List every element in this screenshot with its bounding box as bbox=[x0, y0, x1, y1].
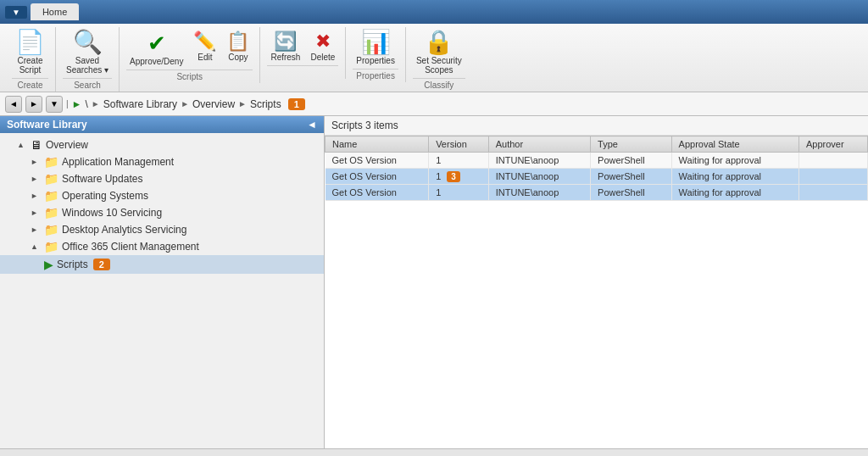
expand-icon: ► bbox=[31, 158, 44, 166]
tree-label-operating-systems: Operating Systems bbox=[62, 190, 148, 202]
ribbon-row: 📄 CreateScript Create 🔍 SavedSearches ▾ … bbox=[5, 27, 863, 92]
table-row[interactable]: Get OS Version 1 INTUNE\anoop PowerShell… bbox=[326, 185, 868, 201]
breadcrumb-dropdown-button[interactable]: ▼ bbox=[46, 96, 63, 113]
tree-item-desktop-analytics-servicing[interactable]: ► 📁 Desktop Analytics Servicing bbox=[0, 221, 324, 238]
tree-item-scripts[interactable]: ▶ Scripts 2 bbox=[0, 255, 324, 274]
refresh-button[interactable]: 🔄 Refresh bbox=[267, 29, 303, 64]
scripts-play-icon: ▶ bbox=[44, 258, 53, 271]
left-panel-title: Software Library bbox=[7, 119, 87, 131]
col-header-approval-state[interactable]: Approval State bbox=[671, 136, 798, 153]
approve-deny-icon: ✔ bbox=[147, 31, 166, 57]
cell-name: Get OS Version bbox=[326, 185, 429, 201]
expand-icon: ► bbox=[31, 192, 44, 200]
search-group-label: Search bbox=[63, 78, 112, 92]
cell-approval-state: Waiting for approval bbox=[671, 185, 798, 201]
cell-approver bbox=[798, 169, 867, 185]
back-button[interactable]: ◄ bbox=[5, 96, 22, 113]
left-panel-header: Software Library ◄ bbox=[0, 116, 324, 133]
cell-author: INTUNE\anoop bbox=[488, 169, 590, 185]
status-bar bbox=[0, 448, 868, 456]
properties-icon: 📊 bbox=[361, 31, 391, 54]
table-row[interactable]: Get OS Version 1 INTUNE\anoop PowerShell… bbox=[326, 153, 868, 169]
col-header-name[interactable]: Name bbox=[326, 136, 429, 153]
col-header-author[interactable]: Author bbox=[488, 136, 590, 153]
expand-icon: ▲ bbox=[31, 242, 44, 251]
ribbon: 📄 CreateScript Create 🔍 SavedSearches ▾ … bbox=[0, 24, 868, 92]
ribbon-group-actions: 🔄 Refresh ✖ Delete bbox=[260, 27, 346, 79]
forward-button[interactable]: ► bbox=[25, 96, 42, 113]
delete-label: Delete bbox=[310, 53, 335, 62]
tree-view: ▲ 🖥 Overview ► 📁 Application Management … bbox=[0, 133, 324, 448]
properties-label: Properties bbox=[356, 56, 395, 65]
create-group-label: Create bbox=[12, 78, 48, 92]
tree-label-application-management: Application Management bbox=[62, 156, 174, 168]
set-security-scopes-button[interactable]: 🔒 Set SecurityScopes bbox=[413, 29, 465, 76]
breadcrumb-software-library[interactable]: Software Library bbox=[103, 98, 177, 110]
cell-approver bbox=[798, 185, 867, 201]
tree-item-overview[interactable]: ▲ 🖥 Overview bbox=[0, 136, 324, 153]
copy-button[interactable]: 📋 Copy bbox=[223, 29, 253, 64]
tree-label-software-updates: Software Updates bbox=[62, 173, 142, 185]
expand-icon: ► bbox=[31, 225, 44, 234]
folder-icon: 📁 bbox=[44, 189, 58, 203]
folder-icon: 📁 bbox=[44, 206, 58, 220]
right-panel: Scripts 3 items Name Version Author Type… bbox=[325, 116, 868, 448]
tree-label-office-365: Office 365 Client Management bbox=[62, 241, 199, 253]
cell-type: PowerShell bbox=[591, 185, 671, 201]
ribbon-group-classify: 🔒 Set SecurityScopes Classify bbox=[406, 27, 472, 92]
saved-searches-icon: 🔍 bbox=[73, 31, 103, 54]
set-security-scopes-label: Set SecurityScopes bbox=[416, 56, 462, 75]
edit-button[interactable]: ✏️ Edit bbox=[190, 29, 220, 64]
row-badge: 3 bbox=[447, 171, 460, 182]
tree-item-application-management[interactable]: ► 📁 Application Management bbox=[0, 153, 324, 170]
col-header-type[interactable]: Type bbox=[591, 136, 671, 153]
cell-name: Get OS Version bbox=[326, 169, 429, 185]
folder-icon: 📁 bbox=[44, 223, 58, 236]
approve-deny-button[interactable]: ✔ Approve/Deny bbox=[126, 29, 186, 68]
actions-group-label bbox=[267, 65, 338, 79]
saved-searches-label: SavedSearches ▾ bbox=[66, 56, 108, 75]
breadcrumb-home: \ bbox=[86, 98, 88, 110]
left-panel: Software Library ◄ ▲ 🖥 Overview ► 📁 Appl… bbox=[0, 116, 325, 448]
tree-label-windows-10-servicing: Windows 10 Servicing bbox=[62, 207, 162, 219]
saved-searches-button[interactable]: 🔍 SavedSearches ▾ bbox=[63, 29, 112, 76]
cell-author: INTUNE\anoop bbox=[488, 153, 590, 169]
breadcrumb-separator: | bbox=[66, 99, 69, 108]
tree-item-windows-10-servicing[interactable]: ► 📁 Windows 10 Servicing bbox=[0, 204, 324, 221]
collapse-button[interactable]: ◄ bbox=[307, 119, 317, 131]
security-scopes-icon: 🔒 bbox=[424, 31, 453, 54]
app-menu-button[interactable]: ▼ bbox=[5, 6, 27, 19]
overview-icon: 🖥 bbox=[31, 138, 42, 152]
refresh-icon: 🔄 bbox=[274, 31, 297, 53]
folder-icon: 📁 bbox=[44, 240, 58, 253]
breadcrumb-bar: ◄ ► ▼ | ► \ ► Software Library ► Overvie… bbox=[0, 92, 868, 116]
scripts-badge: 2 bbox=[93, 259, 110, 270]
cell-approver bbox=[798, 153, 867, 169]
col-header-version[interactable]: Version bbox=[429, 136, 489, 153]
copy-icon: 📋 bbox=[226, 31, 249, 53]
tree-item-software-updates[interactable]: ► 📁 Software Updates bbox=[0, 170, 324, 187]
create-script-label: CreateScript bbox=[17, 56, 42, 75]
delete-button[interactable]: ✖ Delete bbox=[307, 29, 338, 64]
create-script-button[interactable]: 📄 CreateScript bbox=[12, 29, 48, 76]
breadcrumb-badge: 1 bbox=[288, 98, 305, 110]
scripts-table: Name Version Author Type Approval State … bbox=[325, 136, 868, 201]
refresh-label: Refresh bbox=[270, 53, 300, 62]
cell-author: INTUNE\anoop bbox=[488, 185, 590, 201]
breadcrumb-overview[interactable]: Overview bbox=[192, 98, 235, 110]
cell-type: PowerShell bbox=[591, 169, 671, 185]
cell-version: 1 bbox=[429, 185, 489, 201]
cell-approval-state: Waiting for approval bbox=[671, 153, 798, 169]
ribbon-group-scripts: ✔ Approve/Deny ✏️ Edit 📋 Copy Scripts bbox=[120, 27, 260, 83]
table-row[interactable]: Get OS Version 1 3 INTUNE\anoop PowerShe… bbox=[326, 169, 868, 185]
col-header-approver[interactable]: Approver bbox=[798, 136, 867, 153]
approve-deny-label: Approve/Deny bbox=[130, 57, 183, 66]
cell-name: Get OS Version bbox=[326, 153, 429, 169]
breadcrumb-scripts[interactable]: Scripts bbox=[250, 98, 281, 110]
delete-icon: ✖ bbox=[315, 31, 331, 53]
breadcrumb-play-icon: ► bbox=[72, 98, 82, 110]
tree-item-operating-systems[interactable]: ► 📁 Operating Systems bbox=[0, 187, 324, 204]
tree-item-office-365[interactable]: ▲ 📁 Office 365 Client Management bbox=[0, 238, 324, 255]
properties-button[interactable]: 📊 Properties bbox=[353, 29, 398, 67]
home-tab[interactable]: Home bbox=[31, 3, 79, 20]
